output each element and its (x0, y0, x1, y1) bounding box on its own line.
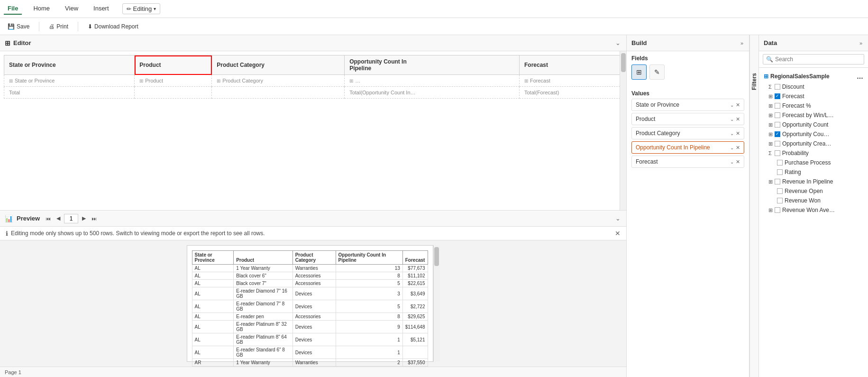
last-page-button[interactable]: ⏭ (90, 215, 99, 222)
preview-collapse-button[interactable]: ⌄ (614, 214, 621, 223)
value-item-controls: ⌄ ✕ (730, 159, 740, 165)
page-number-input[interactable] (64, 214, 78, 223)
field-checkbox[interactable] (775, 84, 780, 90)
table-row: ALBlack cover 7"Accessories5$22,615 (192, 280, 428, 287)
table-row: ALE-reader penAccessories8$29,625 (192, 313, 428, 321)
list-item[interactable]: ⊞ Revenue In Pipeline (759, 177, 868, 186)
field-checkbox[interactable] (775, 122, 780, 128)
editor-section: ⊞ Editor ⌄ State or Province Product Pro… (0, 35, 626, 211)
chevron-down-icon[interactable]: ⌄ (730, 145, 734, 150)
chevron-down-icon[interactable]: ⌄ (730, 102, 734, 108)
field-checkbox[interactable] (775, 131, 780, 137)
field-checkbox[interactable] (775, 207, 780, 213)
chevron-down-icon[interactable]: ⌄ (730, 131, 734, 136)
status-bar: Page 1 (0, 367, 626, 377)
list-item[interactable]: ⊞ Opportunity Cou… (759, 129, 868, 139)
list-item[interactable]: ⊞ Opportunity Count (759, 120, 868, 129)
field-checkbox[interactable] (777, 198, 783, 203)
remove-value-button[interactable]: ✕ (736, 102, 740, 108)
download-icon: ⬇ (88, 23, 92, 30)
field-checkbox[interactable] (775, 179, 780, 184)
list-item[interactable]: Revenue Won (759, 196, 868, 205)
list-item[interactable]: Revenue Open (759, 186, 868, 196)
next-page-button[interactable]: ▶ (80, 214, 88, 222)
field-checkbox[interactable] (775, 150, 780, 156)
preview-scrollbar[interactable] (433, 245, 440, 362)
list-item[interactable]: ⊞ Forecast % (759, 101, 868, 110)
value-item-label-container: Product (636, 116, 655, 122)
tree-group-header-regional[interactable]: ⊞ RegionalSalesSample … (759, 71, 868, 82)
first-page-button[interactable]: ⏮ (44, 215, 53, 222)
print-button[interactable]: 🖨 Print (45, 21, 72, 32)
table-cell: Devices (292, 300, 336, 313)
ph-category: Product Category (292, 251, 336, 265)
table-cell: Devices (292, 321, 336, 333)
preview-title: Preview (17, 215, 40, 222)
editor-collapse-button[interactable]: ⌄ (614, 38, 621, 47)
field-checkbox[interactable] (777, 188, 783, 194)
prev-page-button[interactable]: ◀ (55, 214, 62, 222)
field-checkbox[interactable] (777, 160, 783, 166)
remove-value-button[interactable]: ✕ (736, 130, 740, 137)
value-item[interactable]: Forecast ⌄ ✕ (631, 156, 744, 168)
editing-mode-button[interactable]: ✏ Editing ▾ (122, 3, 161, 14)
value-item[interactable]: State or Province ⌄ ✕ (631, 99, 744, 111)
value-item[interactable]: Opportunity Count In Pipeline ⌄ ✕ (631, 141, 744, 154)
table-cell: E-reader pen (234, 313, 292, 321)
table-cell: AL (192, 333, 234, 346)
save-button[interactable]: 💾 Save (4, 21, 33, 32)
search-input[interactable] (775, 56, 861, 63)
download-report-button[interactable]: ⬇ Download Report (84, 21, 142, 32)
menu-item-insert[interactable]: Insert (90, 3, 113, 15)
editor-scrollbar[interactable] (620, 51, 626, 210)
value-label: Product Category (636, 130, 680, 137)
field-checkbox[interactable] (775, 141, 780, 147)
value-item-controls: ⌄ ✕ (730, 102, 740, 108)
cell-total-product (135, 87, 212, 99)
value-item-label-container: State or Province (636, 101, 679, 108)
list-item[interactable]: Σ Probability (759, 148, 868, 158)
menu-item-file[interactable]: File (4, 3, 22, 15)
table-icon: ⊞ (768, 131, 773, 138)
field-checkbox[interactable] (775, 93, 780, 99)
field-label: Forecast % (782, 102, 811, 109)
chevron-down-icon[interactable]: ⌄ (730, 159, 734, 165)
pencil-icon: ✏ (127, 6, 131, 12)
edit-view-button[interactable]: ✎ (649, 64, 665, 80)
cell-total-category (212, 87, 345, 99)
field-label: Purchase Process (785, 159, 831, 166)
remove-value-button[interactable]: ✕ (736, 159, 740, 165)
filters-panel[interactable]: Filters (749, 35, 759, 377)
more-options-icon[interactable]: … (857, 73, 863, 80)
list-item[interactable]: Purchase Process (759, 158, 868, 167)
table-icon: ⊞ (768, 103, 773, 109)
data-panel-collapse-button[interactable]: » (859, 39, 863, 47)
remove-value-button[interactable]: ✕ (736, 116, 740, 122)
table-view-button[interactable]: ⊞ (631, 64, 647, 80)
value-item[interactable]: Product ⌄ ✕ (631, 113, 744, 125)
chevron-down-icon[interactable]: ⌄ (730, 117, 734, 122)
list-item[interactable]: Σ Discount (759, 82, 868, 92)
build-collapse-button[interactable]: » (740, 39, 744, 47)
menu-item-view[interactable]: View (61, 3, 82, 15)
list-item[interactable]: Rating (759, 167, 868, 177)
field-checkbox[interactable] (775, 112, 780, 118)
table-grid-icon: ⊞ (764, 73, 768, 80)
list-item[interactable]: ⊞ Forecast by Win/L… (759, 110, 868, 120)
table-cell: AL (192, 300, 234, 313)
list-item[interactable]: ⊞ Forecast (759, 92, 868, 101)
value-label: Forecast (636, 158, 658, 165)
print-label: Print (56, 23, 68, 30)
value-item[interactable]: Product Category ⌄ ✕ (631, 127, 744, 139)
field-checkbox[interactable] (777, 169, 783, 175)
remove-value-button[interactable]: ✕ (736, 145, 740, 151)
info-close-button[interactable]: ✕ (615, 230, 621, 237)
menu-item-home[interactable]: Home (29, 3, 54, 15)
search-icon: 🔍 (766, 56, 773, 63)
list-item[interactable]: ⊞ Revenue Won Ave… (759, 205, 868, 215)
preview-table: State or Province Product Product Catego… (192, 250, 428, 367)
table-cell: 1 (336, 367, 402, 367)
list-item[interactable]: ⊞ Opportunity Crea… (759, 139, 868, 148)
table-cell: Devices (292, 346, 336, 359)
field-checkbox[interactable] (775, 103, 780, 109)
